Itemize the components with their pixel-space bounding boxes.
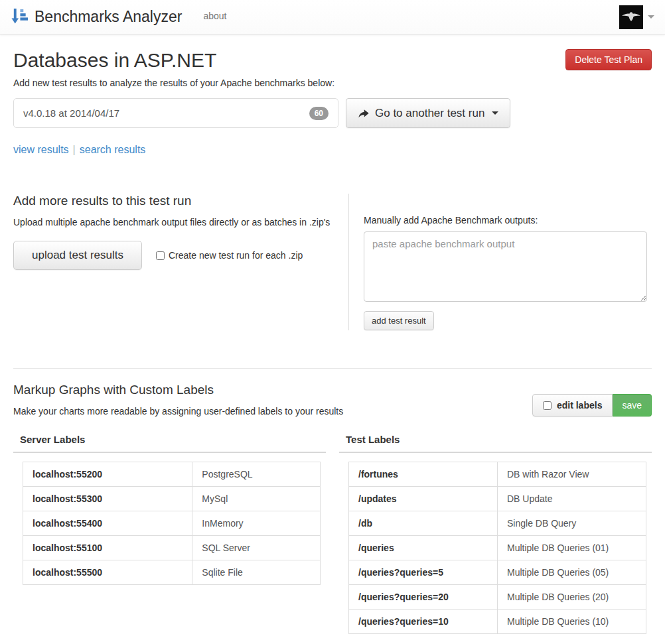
test-labels-column: Test Labels /fortunesDB with Razor View/… <box>339 434 652 634</box>
label-key-cell: localhost:55500 <box>23 560 192 585</box>
server-labels-rule <box>13 452 326 453</box>
search-results-link[interactable]: search results <box>80 144 146 155</box>
test-labels-heading: Test Labels <box>339 434 652 452</box>
label-value-cell: DB Update <box>498 487 646 511</box>
label-value-cell: Single DB Query <box>498 511 646 536</box>
table-row: /queries?queries=5Multiple DB Queries (0… <box>349 560 646 585</box>
nav-link-about[interactable]: about <box>203 11 226 21</box>
label-value-cell: DB with Razor View <box>498 462 646 487</box>
upload-hint: Upload multiple apache benchmark output … <box>13 217 348 227</box>
test-run-name: v4.0.18 at 2014/04/17 <box>23 107 119 119</box>
table-row: localhost:55300MySql <box>23 487 321 511</box>
label-key-cell: localhost:55100 <box>23 536 192 560</box>
new-run-per-zip-checkbox[interactable] <box>156 251 165 260</box>
table-row: localhost:55100SQL Server <box>23 536 321 560</box>
result-count-badge: 60 <box>309 107 329 120</box>
table-row: localhost:55200PostgreSQL <box>23 462 321 487</box>
label-value-cell: InMemory <box>192 511 321 536</box>
page-subtitle: Add new test results to analyze the resu… <box>13 78 652 88</box>
current-test-run-panel[interactable]: v4.0.18 at 2014/04/17 60 <box>13 98 338 128</box>
server-labels-column: Server Labels localhost:55200PostgreSQLl… <box>13 434 326 634</box>
label-value-cell: Multiple DB Queries (20) <box>498 585 646 610</box>
view-results-link[interactable]: view results <box>13 144 69 155</box>
label-key-cell: /fortunes <box>349 462 498 487</box>
test-labels-table: /fortunesDB with Razor View/updatesDB Up… <box>348 462 646 634</box>
labels-description: Make your charts more readable by assign… <box>13 406 343 417</box>
manual-add-label: Manually add Apache Benchmark outputs: <box>364 215 647 225</box>
label-value-cell: Multiple DB Queries (05) <box>498 560 646 585</box>
section-divider <box>13 368 652 369</box>
table-row: /queries?queries=20Multiple DB Queries (… <box>349 585 646 610</box>
labels-heading: Markup Graphs with Custom Labels <box>13 383 343 397</box>
table-row: localhost:55400InMemory <box>23 511 321 536</box>
label-key-cell: localhost:55200 <box>23 462 192 487</box>
edit-labels-label: edit labels <box>557 400 602 411</box>
goto-test-run-label: Go to another test run <box>375 107 484 120</box>
label-value-cell: SQL Server <box>192 536 321 560</box>
user-menu-caret-icon[interactable] <box>648 15 654 19</box>
navbar: Benchmarks Analyzer about <box>0 0 665 34</box>
edit-labels-button[interactable]: edit labels <box>532 394 613 417</box>
page-title: Databases in ASP.NET <box>13 49 216 71</box>
label-value-cell: Multiple DB Queries (01) <box>498 536 646 560</box>
links-separator: | <box>73 144 76 155</box>
new-run-per-zip-label: Create new test run for each .zip <box>169 250 303 261</box>
label-key-cell: /updates <box>349 487 498 511</box>
table-row: /dbSingle DB Query <box>349 511 646 536</box>
label-value-cell: Sqlite File <box>192 560 321 585</box>
goto-test-run-button[interactable]: Go to another test run <box>346 98 510 128</box>
add-test-result-button[interactable]: add test result <box>364 311 434 330</box>
benchmark-output-textarea[interactable] <box>364 231 647 302</box>
avatar[interactable] <box>619 5 643 29</box>
save-labels-button[interactable]: save <box>613 394 652 417</box>
label-value-cell: Multiple DB Queries (10) <box>498 610 646 634</box>
label-value-cell: PostgreSQL <box>192 462 321 487</box>
upload-test-results-button[interactable]: upload test results <box>13 241 142 270</box>
label-key-cell: /db <box>349 511 498 536</box>
label-key-cell: /queries?queries=5 <box>349 560 498 585</box>
label-key-cell: localhost:55400 <box>23 511 192 536</box>
table-row: /queries?queries=10Multiple DB Queries (… <box>349 610 646 634</box>
server-labels-table: localhost:55200PostgreSQLlocalhost:55300… <box>23 462 321 585</box>
test-labels-rule <box>339 452 652 453</box>
label-key-cell: /queries?queries=10 <box>349 610 498 634</box>
table-row: /updatesDB Update <box>349 487 646 511</box>
label-key-cell: /queries <box>349 536 498 560</box>
delete-test-plan-button[interactable]: Delete Test Plan <box>565 49 652 70</box>
forward-arrow-icon <box>358 108 370 119</box>
app-title: Benchmarks Analyzer <box>35 8 182 26</box>
brand[interactable]: Benchmarks Analyzer <box>11 7 182 27</box>
label-value-cell: MySql <box>192 487 321 511</box>
add-results-heading: Add more results to this test run <box>13 194 348 208</box>
goto-caret-icon <box>492 111 498 115</box>
table-row: /fortunesDB with Razor View <box>349 462 646 487</box>
table-row: localhost:55500Sqlite File <box>23 560 321 585</box>
table-row: /queriesMultiple DB Queries (01) <box>349 536 646 560</box>
label-key-cell: localhost:55300 <box>23 487 192 511</box>
sort-bars-logo-icon <box>11 7 29 27</box>
server-labels-heading: Server Labels <box>13 434 326 452</box>
label-key-cell: /queries?queries=20 <box>349 585 498 610</box>
edit-labels-checkbox[interactable] <box>543 401 552 410</box>
